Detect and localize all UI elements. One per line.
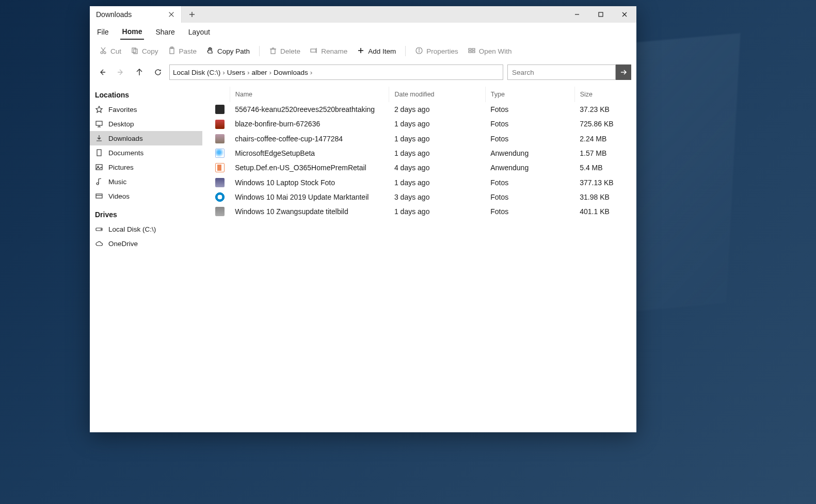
file-name: Windows 10 Zwangsupdate titelbild xyxy=(230,204,389,219)
nav-up-button[interactable] xyxy=(132,65,147,79)
menu-home[interactable]: Home xyxy=(120,24,145,40)
sidebar-item-music[interactable]: Music xyxy=(90,174,202,189)
table-row[interactable]: 556746-keanu2520reeves2520breathtaking2 … xyxy=(202,102,636,117)
chevron-right-icon: › xyxy=(310,69,313,76)
menu-file[interactable]: File xyxy=(95,25,111,39)
table-row[interactable]: Setup.Def.en-US_O365HomePremRetail4 days… xyxy=(202,160,636,175)
picture-icon xyxy=(95,163,103,171)
col-icon-header[interactable] xyxy=(202,87,230,102)
nav-back-button[interactable] xyxy=(95,65,109,79)
tab-downloads[interactable]: Downloads xyxy=(90,6,182,23)
sidebar-item-desktop[interactable]: Desktop xyxy=(90,117,202,131)
file-type: Fotos xyxy=(485,190,574,204)
sidebar-item-videos[interactable]: Videos xyxy=(90,189,202,203)
file-explorer-window: Downloads FileHomeShareLayout Cut Copy P… xyxy=(90,6,636,432)
svg-rect-30 xyxy=(96,121,102,125)
open-with-button[interactable]: Open With xyxy=(463,44,516,58)
file-date: 2 days ago xyxy=(389,102,485,117)
locations-heading: Locations xyxy=(90,88,202,102)
video-icon xyxy=(95,192,103,200)
menu-share[interactable]: Share xyxy=(153,25,177,39)
sidebar: Locations FavoritesDesktopDownloadsDocum… xyxy=(90,84,202,432)
sidebar-item-local-disk-c-[interactable]: Local Disk (C:\) xyxy=(90,222,202,236)
sidebar-item-documents[interactable]: Documents xyxy=(90,145,202,160)
plus-icon xyxy=(357,46,365,56)
svg-rect-33 xyxy=(97,150,101,156)
breadcrumb-segment[interactable]: Users xyxy=(227,69,245,76)
paste-icon xyxy=(168,46,176,56)
new-tab-button[interactable] xyxy=(182,6,202,23)
file-date: 1 days ago xyxy=(389,146,485,160)
breadcrumb[interactable]: Local Disk (C:\) › Users › alber › Downl… xyxy=(169,64,503,80)
svg-rect-26 xyxy=(469,48,471,50)
table-row[interactable]: chairs-coffee-coffee-cup-14772841 days a… xyxy=(202,132,636,146)
file-thumbnail-icon xyxy=(215,192,225,202)
breadcrumb-segment[interactable]: alber xyxy=(252,69,267,76)
search-wrap xyxy=(507,64,631,80)
col-size-header[interactable]: Size xyxy=(574,87,636,102)
search-button[interactable] xyxy=(616,64,631,80)
table-row[interactable]: Windows 10 Laptop Stock Foto1 days agoFo… xyxy=(202,175,636,189)
menu-layout[interactable]: Layout xyxy=(186,25,212,39)
star-icon xyxy=(95,105,103,113)
file-date: 1 days ago xyxy=(389,132,485,146)
svg-rect-29 xyxy=(472,51,475,53)
copy-path-button[interactable]: Copy Path xyxy=(202,44,254,58)
svg-point-8 xyxy=(101,52,103,54)
sidebar-item-onedrive[interactable]: OneDrive xyxy=(90,236,202,251)
col-type-header[interactable]: Type xyxy=(485,87,574,102)
properties-button[interactable]: Properties xyxy=(411,44,462,58)
svg-rect-16 xyxy=(271,49,275,54)
file-table: Name Date modified Type Size 556746-kean… xyxy=(202,87,636,219)
search-input[interactable] xyxy=(507,64,616,80)
maximize-button[interactable] xyxy=(589,6,613,23)
file-date: 1 days ago xyxy=(389,117,485,131)
copy-button[interactable]: Copy xyxy=(126,44,163,58)
col-date-header[interactable]: Date modified xyxy=(389,87,485,102)
table-row[interactable]: Windows 10 Mai 2019 Update Marktanteil3 … xyxy=(202,190,636,204)
file-name: Windows 10 Laptop Stock Foto xyxy=(230,175,389,189)
file-thumbnail-icon xyxy=(215,178,225,187)
close-tab-icon[interactable] xyxy=(168,11,175,18)
svg-rect-27 xyxy=(472,48,475,50)
sidebar-item-label: Favorites xyxy=(108,106,137,113)
drives-heading: Drives xyxy=(90,207,202,222)
breadcrumb-segment[interactable]: Downloads xyxy=(274,69,308,76)
add-item-button[interactable]: Add Item xyxy=(353,44,400,58)
nav-refresh-button[interactable] xyxy=(151,65,165,79)
svg-point-9 xyxy=(104,52,106,54)
file-size: 31.98 KB xyxy=(574,190,636,204)
sidebar-item-favorites[interactable]: Favorites xyxy=(90,102,202,117)
cut-button[interactable]: Cut xyxy=(95,44,125,58)
chevron-right-icon: › xyxy=(222,69,225,76)
file-size: 1.57 MB xyxy=(574,146,636,160)
cloud-icon xyxy=(95,239,103,248)
document-icon xyxy=(95,149,103,157)
breadcrumb-segment[interactable]: Local Disk (C:\) xyxy=(173,69,220,76)
sidebar-item-pictures[interactable]: Pictures xyxy=(90,160,202,174)
table-row[interactable]: MicrosoftEdgeSetupBeta1 days agoAnwendun… xyxy=(202,146,636,160)
desktop-icon xyxy=(95,120,103,128)
svg-rect-14 xyxy=(170,48,174,54)
sidebar-item-downloads[interactable]: Downloads xyxy=(90,131,202,145)
download-icon xyxy=(95,134,103,142)
svg-rect-5 xyxy=(599,12,603,17)
table-row[interactable]: blaze-bonfire-burn-6726361 days agoFotos… xyxy=(202,117,636,131)
col-name-header[interactable]: Name xyxy=(230,87,389,102)
minimize-button[interactable] xyxy=(565,6,589,23)
chevron-right-icon: › xyxy=(269,69,272,76)
file-thumbnail-icon xyxy=(215,120,225,129)
titlebar-drag-area[interactable] xyxy=(202,6,565,23)
paste-label: Paste xyxy=(179,47,197,55)
delete-button[interactable]: Delete xyxy=(265,44,305,58)
nav-forward-button[interactable] xyxy=(114,65,128,79)
table-row[interactable]: Windows 10 Zwangsupdate titelbild1 days … xyxy=(202,204,636,219)
table-header-row: Name Date modified Type Size xyxy=(202,87,636,102)
toolbar: Cut Copy Paste Copy Path Delete Rename A… xyxy=(90,41,636,61)
sidebar-item-label: Downloads xyxy=(108,135,143,142)
paste-button[interactable]: Paste xyxy=(164,44,201,58)
toolbar-separator xyxy=(259,46,260,56)
close-window-button[interactable] xyxy=(613,6,636,23)
rename-button[interactable]: Rename xyxy=(306,44,351,58)
copy-icon xyxy=(131,46,139,56)
